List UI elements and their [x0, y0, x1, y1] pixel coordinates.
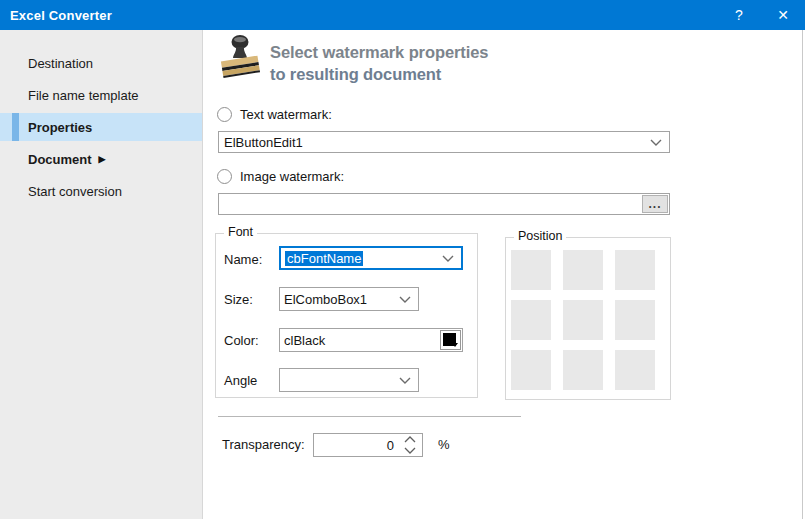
sidebar-item-destination[interactable]: Destination [0, 49, 202, 77]
spin-up-icon[interactable] [404, 436, 416, 443]
position-cell-bottom-right[interactable] [615, 350, 655, 390]
text-watermark-combobox[interactable]: ElButtonEdit1 [218, 131, 670, 153]
submenu-arrow-icon: ▶ [99, 154, 106, 164]
app-body: Destination File name template Propertie… [0, 30, 805, 519]
sidebar-item-label: File name template [28, 88, 139, 103]
chevron-down-icon [650, 139, 662, 146]
font-size-label: Size: [224, 292, 253, 307]
spinner-buttons [403, 436, 417, 454]
font-group: Font Name: cbFontName Size: ElComboBox1 [215, 233, 478, 398]
font-color-row: Color: clBlack [216, 328, 477, 352]
sidebar-item-file-name-template[interactable]: File name template [0, 81, 202, 109]
text-watermark-radio[interactable] [217, 107, 232, 122]
image-watermark-input[interactable]: ... [218, 193, 670, 215]
font-color-combobox[interactable]: clBlack [279, 328, 463, 352]
text-watermark-label: Text watermark: [240, 107, 332, 122]
chevron-down-icon [399, 296, 411, 303]
position-cell-bottom-left[interactable] [511, 350, 551, 390]
font-size-combobox[interactable]: ElComboBox1 [279, 287, 419, 311]
help-button[interactable]: ? [717, 0, 761, 30]
font-name-row: Name: cbFontName [216, 246, 477, 272]
page-title-line2: to resulting document [270, 63, 488, 85]
position-cell-middle-left[interactable] [511, 300, 551, 340]
page-title: Select watermark properties to resulting… [270, 41, 488, 85]
title-bar: Excel Converter ? ✕ [0, 0, 805, 30]
sidebar-item-start-conversion[interactable]: Start conversion [0, 177, 202, 205]
window-title: Excel Converter [10, 8, 112, 23]
position-cell-middle-right[interactable] [615, 300, 655, 340]
font-angle-label: Angle [224, 373, 257, 388]
font-name-value: cbFontName [285, 251, 363, 266]
text-watermark-value: ElButtonEdit1 [224, 135, 303, 150]
browse-button[interactable]: ... [642, 195, 668, 213]
close-button[interactable]: ✕ [761, 0, 805, 30]
position-cell-bottom-center[interactable] [563, 350, 603, 390]
stamp-icon [217, 34, 264, 81]
font-name-combobox[interactable]: cbFontName [279, 246, 463, 270]
position-group-legend: Position [514, 229, 566, 243]
image-watermark-radio-row: Image watermark: [217, 169, 344, 184]
image-watermark-label: Image watermark: [240, 169, 344, 184]
transparency-value: 0 [387, 434, 394, 456]
swatch-dropdown-arrow-icon [452, 343, 458, 347]
font-color-label: Color: [224, 333, 259, 348]
font-group-legend: Font [224, 225, 257, 239]
text-watermark-radio-row: Text watermark: [217, 107, 332, 122]
transparency-unit: % [438, 437, 450, 452]
chevron-down-icon [442, 255, 454, 262]
title-bar-buttons: ? ✕ [717, 0, 805, 30]
color-swatch-button[interactable] [440, 330, 461, 350]
font-size-row: Size: ElComboBox1 [216, 287, 477, 311]
image-watermark-radio[interactable] [217, 169, 232, 184]
position-cell-middle-center[interactable] [563, 300, 603, 340]
font-name-label: Name: [224, 252, 262, 267]
transparency-spinner[interactable]: 0 [313, 433, 423, 457]
sidebar-item-label: Destination [28, 56, 93, 71]
excel-converter-window: Excel Converter ? ✕ Destination File nam… [0, 0, 805, 519]
position-cell-top-left[interactable] [511, 250, 551, 290]
sidebar-item-properties[interactable]: Properties [0, 113, 202, 141]
sidebar-item-label: Start conversion [28, 184, 122, 199]
transparency-label: Transparency: [222, 437, 305, 452]
sidebar: Destination File name template Propertie… [0, 30, 203, 519]
page-title-line1: Select watermark properties [270, 41, 488, 63]
font-angle-combobox[interactable] [279, 368, 419, 392]
sidebar-item-label: Document [28, 152, 92, 167]
position-cell-top-center[interactable] [563, 250, 603, 290]
font-angle-row: Angle [216, 368, 477, 392]
position-group: Position [505, 237, 671, 400]
properties-panel: Select watermark properties to resulting… [204, 30, 803, 519]
font-size-value: ElComboBox1 [284, 292, 367, 307]
position-grid [511, 250, 655, 390]
section-divider [218, 416, 521, 417]
sidebar-item-document[interactable]: Document ▶ [0, 145, 202, 173]
chevron-down-icon [399, 377, 411, 384]
sidebar-item-label: Properties [28, 120, 92, 135]
position-cell-top-right[interactable] [615, 250, 655, 290]
spin-down-icon[interactable] [404, 447, 416, 454]
font-color-value: clBlack [284, 333, 325, 348]
